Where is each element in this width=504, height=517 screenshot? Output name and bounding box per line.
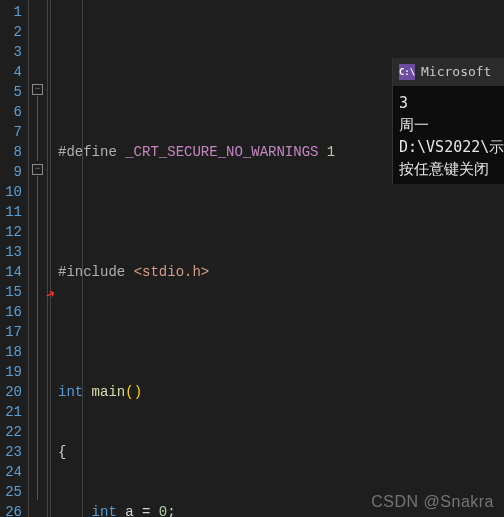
console-title-text: Microsoft (421, 61, 491, 83)
code-line[interactable]: #include <stdio.h> (58, 262, 504, 282)
code-line[interactable] (58, 322, 504, 342)
fold-toggle-icon[interactable]: − (32, 164, 43, 175)
console-output: 周一 (399, 114, 498, 136)
line-number: 22 (4, 422, 22, 442)
line-number: 9 (4, 162, 22, 182)
line-number: 20 (4, 382, 22, 402)
line-number: 4 (4, 62, 22, 82)
line-number: 6 (4, 102, 22, 122)
code-line[interactable]: int main() (58, 382, 504, 402)
line-number: 13 (4, 242, 22, 262)
line-number: 12 (4, 222, 22, 242)
console-titlebar[interactable]: C:\ Microsoft (393, 58, 504, 86)
console-output: 3 (399, 92, 498, 114)
indent-guide (50, 0, 51, 517)
line-number: 15 (4, 282, 22, 302)
line-number: 21 (4, 402, 22, 422)
line-number: 18 (4, 342, 22, 362)
indent-guide (82, 0, 83, 517)
line-number: 25 (4, 482, 22, 502)
fold-column: − − (28, 0, 48, 517)
code-line[interactable] (58, 202, 504, 222)
line-number: 2 (4, 22, 22, 42)
line-number-gutter: 1 2 3 4 5 6 7 8 9 10 11 12 13 14 15 16 1… (0, 0, 28, 517)
console-output: D:\VS2022\示 (399, 136, 498, 158)
line-number: 16 (4, 302, 22, 322)
line-number: 5 (4, 82, 22, 102)
line-number: 3 (4, 42, 22, 62)
vs-icon: C:\ (399, 64, 415, 80)
line-number: 23 (4, 442, 22, 462)
line-number: 14 (4, 262, 22, 282)
console-window[interactable]: C:\ Microsoft 3 周一 D:\VS2022\示 按任意键关闭 (392, 58, 504, 184)
fold-guide (37, 176, 38, 500)
line-number: 24 (4, 462, 22, 482)
line-number: 8 (4, 142, 22, 162)
code-line[interactable]: { (58, 442, 504, 462)
line-number: 19 (4, 362, 22, 382)
line-number: 10 (4, 182, 22, 202)
fold-toggle-icon[interactable]: − (32, 84, 43, 95)
watermark: CSDN @Snakra (371, 493, 494, 511)
line-number: 17 (4, 322, 22, 342)
line-number: 11 (4, 202, 22, 222)
fold-guide (37, 96, 38, 161)
line-number: 7 (4, 122, 22, 142)
console-output: 按任意键关闭 (399, 158, 498, 180)
line-number: 1 (4, 2, 22, 22)
line-number: 26 (4, 502, 22, 517)
